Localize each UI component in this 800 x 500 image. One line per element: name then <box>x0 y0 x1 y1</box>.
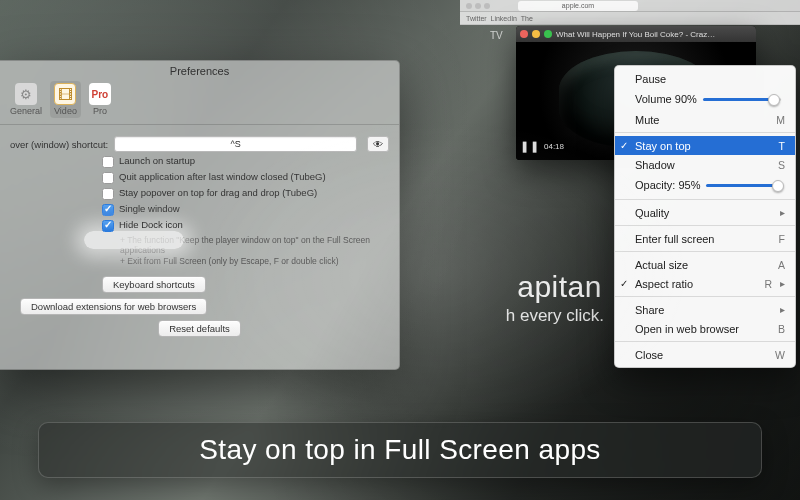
opt-launch-startup[interactable]: Launch on startup <box>102 155 389 168</box>
shortcut-field[interactable]: ^S <box>114 136 357 152</box>
menu-share[interactable]: Share▸ <box>615 300 795 319</box>
menu-separator <box>615 296 795 297</box>
video-titlebar[interactable]: What Will Happen If You Boil Coke? - Cra… <box>516 26 756 42</box>
minimize-icon[interactable] <box>532 30 540 38</box>
opt-label: Stay popover on top for drag and drop (T… <box>119 187 317 199</box>
checkbox[interactable] <box>102 156 114 168</box>
traffic-light-grey-3 <box>484 3 490 9</box>
hint-keep-on-top: + The function "Keep the player window o… <box>120 235 389 255</box>
desktop-headline: apitan <box>517 270 602 304</box>
checkbox[interactable] <box>102 172 114 184</box>
menu-opacity[interactable]: Opacity: 95% <box>615 174 795 196</box>
menu-open-browser[interactable]: Open in web browserB <box>615 319 795 338</box>
zoom-icon[interactable] <box>544 30 552 38</box>
browser-favorites: Twitter LinkedIn The <box>460 12 800 25</box>
menu-aspect-ratio[interactable]: ✓Aspect ratioR▸ <box>615 274 795 293</box>
gear-icon: ⚙ <box>15 83 37 105</box>
menu-shadow[interactable]: ShadowS <box>615 155 795 174</box>
checkbox[interactable] <box>102 188 114 200</box>
menu-quality[interactable]: Quality▸ <box>615 203 795 222</box>
tab-video[interactable]: 🎞 Video <box>50 81 81 118</box>
volume-slider[interactable] <box>703 98 781 101</box>
close-icon[interactable] <box>520 30 528 38</box>
opt-stay-popover[interactable]: Stay popover on top for drag and drop (T… <box>102 187 389 200</box>
menu-mute[interactable]: MuteM <box>615 110 795 129</box>
site-nav-tv[interactable]: TV <box>490 30 503 41</box>
menu-separator <box>615 251 795 252</box>
pause-icon[interactable]: ❚❚ <box>524 140 536 152</box>
traffic-light-grey-1 <box>466 3 472 9</box>
context-menu: Pause Volume 90% MuteM ✓Stay on topT Sha… <box>614 65 796 368</box>
menu-volume[interactable]: Volume 90% <box>615 88 795 110</box>
video-time: 04:18 <box>544 142 564 151</box>
menu-separator <box>615 199 795 200</box>
eye-icon: 👁 <box>373 139 383 150</box>
traffic-light-grey-2 <box>475 3 481 9</box>
opacity-slider[interactable] <box>706 184 781 187</box>
opt-quit-after-last[interactable]: Quit application after last window close… <box>102 171 389 184</box>
tab-general[interactable]: ⚙ General <box>6 81 46 118</box>
checkbox[interactable] <box>102 220 114 232</box>
menu-stay-on-top[interactable]: ✓Stay on topT <box>615 136 795 155</box>
menu-actual-size[interactable]: Actual sizeA <box>615 255 795 274</box>
shortcut-label: over (window) shortcut: <box>10 139 108 150</box>
tab-video-label: Video <box>54 106 77 116</box>
shortcut-reveal-button[interactable]: 👁 <box>367 136 389 152</box>
menu-enter-fullscreen[interactable]: Enter full screenF <box>615 229 795 248</box>
desktop-subhead: h every click. <box>506 306 604 326</box>
opt-hide-dock-icon[interactable]: Hide Dock icon <box>102 219 389 232</box>
video-title: What Will Happen If You Boil Coke? - Cra… <box>556 30 752 39</box>
keyboard-shortcuts-button[interactable]: Keyboard shortcuts <box>102 276 206 293</box>
opt-label: Hide Dock icon <box>119 219 183 231</box>
promo-caption: Stay on top in Full Screen apps <box>38 422 762 478</box>
opt-single-window[interactable]: Single window <box>102 203 389 216</box>
browser-chrome: apple.com <box>460 0 800 12</box>
preferences-body: over (window) shortcut: ^S 👁 Launch on s… <box>0 125 399 350</box>
tab-pro[interactable]: Pro Pro <box>85 81 115 118</box>
pro-icon: Pro <box>89 83 111 105</box>
preferences-window: Preferences ⚙ General 🎞 Video Pro Pro ov… <box>0 60 400 370</box>
opt-label: Quit application after last window close… <box>119 171 326 183</box>
film-icon: 🎞 <box>54 83 76 105</box>
browser-address[interactable]: apple.com <box>518 1 638 11</box>
preferences-title: Preferences <box>0 61 399 79</box>
preferences-toolbar: ⚙ General 🎞 Video Pro Pro <box>0 79 399 125</box>
preferences-options: Launch on startup Quit application after… <box>102 155 389 293</box>
reset-defaults-button[interactable]: Reset defaults <box>158 320 241 337</box>
menu-close[interactable]: CloseW <box>615 345 795 364</box>
download-extensions-button[interactable]: Download extensions for web browsers <box>20 298 207 315</box>
tab-pro-label: Pro <box>93 106 107 116</box>
menu-pause[interactable]: Pause <box>615 69 795 88</box>
menu-separator <box>615 132 795 133</box>
hint-exit-fullscreen: + Exit from Full Screen (only by Escape,… <box>120 256 389 266</box>
menu-separator <box>615 341 795 342</box>
checkbox[interactable] <box>102 204 114 216</box>
menu-separator <box>615 225 795 226</box>
opt-label: Launch on startup <box>119 155 195 167</box>
tab-general-label: General <box>10 106 42 116</box>
promo-stage: apple.com Twitter LinkedIn The TV Mu api… <box>0 0 800 500</box>
opt-label: Single window <box>119 203 180 215</box>
